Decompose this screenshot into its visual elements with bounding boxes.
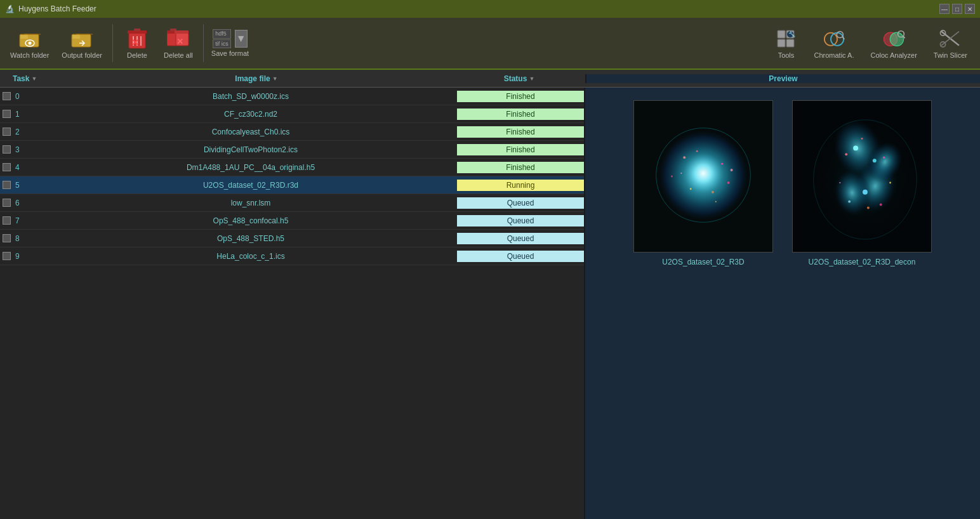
checkbox-2[interactable]: [3, 128, 11, 136]
svg-point-41: [683, 156, 685, 159]
tools-button[interactable]: 🔧 Tools: [767, 25, 805, 62]
row-file-6: low_snr.lsm: [44, 199, 457, 207]
row-file-7: OpS_488_confocal.h5: [44, 216, 457, 225]
svg-point-42: [721, 163, 723, 165]
checkbox-1[interactable]: [3, 110, 11, 118]
checkbox-6[interactable]: [3, 199, 11, 207]
checkbox-9[interactable]: [3, 252, 11, 260]
row-status-5: Running: [457, 180, 584, 191]
row-status-1: Finished: [457, 108, 584, 120]
svg-point-67: [880, 204, 882, 206]
row-checkbox-4[interactable]: [0, 163, 13, 171]
maximize-button[interactable]: □: [952, 4, 962, 14]
coloc-label: Coloc Analyzer: [870, 51, 917, 59]
watch-folder-icon: [18, 27, 41, 50]
title-bar-controls: — □ ✕: [939, 4, 975, 14]
svg-point-48: [715, 201, 717, 202]
row-checkbox-1[interactable]: [0, 110, 13, 118]
row-num-0: 0: [13, 92, 44, 101]
table-row[interactable]: 6 low_snr.lsm Queued: [0, 194, 584, 212]
table-row[interactable]: 9 HeLa_coloc_c_1.ics Queued: [0, 247, 584, 265]
svg-rect-1: [20, 35, 28, 39]
table-area[interactable]: 0 Batch_SD_w0000z.ics Finished 1 CF_cz30…: [0, 88, 585, 519]
row-checkbox-6[interactable]: [0, 199, 13, 207]
image-file-column-header[interactable]: Image file ▼: [60, 74, 453, 83]
svg-text:✕: ✕: [176, 37, 183, 46]
row-num-4: 4: [13, 163, 44, 172]
delete-all-label: Delete all: [164, 51, 193, 59]
headers-row: Task ▼ Image file ▼ Status ▼ Preview: [0, 70, 980, 88]
table-row[interactable]: 2 Confocalyeast_Ch0.ics Finished: [0, 123, 584, 141]
checkbox-8[interactable]: [3, 234, 11, 242]
output-folder-button[interactable]: Output folder: [56, 25, 107, 62]
twin-slicer-label: Twin Slicer: [934, 51, 967, 59]
toolbar-sep-1: [112, 24, 113, 62]
table-row[interactable]: 3 DividingCellTwoPhoton2.ics Finished: [0, 141, 584, 159]
svg-rect-17: [175, 30, 189, 34]
main-wrapper: Task ▼ Image file ▼ Status ▼ Preview 0 B…: [0, 70, 980, 519]
checkbox-5[interactable]: [3, 181, 11, 189]
save-format-dropdown-arrow[interactable]: ▼: [235, 30, 248, 48]
app-icon: 🔬: [5, 4, 15, 13]
checkbox-0[interactable]: [3, 92, 11, 100]
row-status-7: Queued: [457, 215, 584, 227]
checkbox-3[interactable]: [3, 145, 11, 154]
table-row[interactable]: 0 Batch_SD_w0000z.ics Finished: [0, 88, 584, 105]
checkbox-7[interactable]: [3, 216, 11, 225]
checkbox-4[interactable]: [3, 163, 11, 171]
row-checkbox-9[interactable]: [0, 252, 13, 260]
preview-label-1: U2OS_dataset_02_R3D: [662, 258, 744, 266]
preview-header-label: Preview: [769, 74, 797, 83]
table-row[interactable]: 7 OpS_488_confocal.h5 Queued: [0, 212, 584, 230]
coloc-analyzer-icon: [882, 27, 905, 50]
delete-all-button[interactable]: ✕ Delete all: [159, 25, 198, 62]
svg-point-50: [731, 169, 733, 171]
table-row[interactable]: 5 U2OS_dataset_02_R3D.r3d Running: [0, 176, 584, 194]
svg-point-49: [671, 176, 673, 178]
close-button[interactable]: ✕: [965, 4, 975, 14]
delete-button[interactable]: ✕ Delete: [118, 25, 156, 62]
status-column-header[interactable]: Status ▼: [453, 74, 585, 83]
table-row[interactable]: 4 Dm1A488_1AU_PC__04a_original.h5 Finish…: [0, 159, 584, 176]
chromatic-label: Chromatic A.: [814, 51, 854, 59]
row-status-9: Queued: [457, 251, 584, 262]
row-checkbox-0[interactable]: [0, 92, 13, 100]
task-header-label: Task: [13, 74, 29, 83]
row-checkbox-3[interactable]: [0, 145, 13, 154]
svg-point-3: [28, 42, 31, 45]
table-row[interactable]: 8 OpS_488_STED.h5 Queued: [0, 230, 584, 247]
svg-point-46: [727, 181, 730, 184]
row-checkbox-8[interactable]: [0, 234, 13, 242]
coloc-analyzer-button[interactable]: Coloc Analyzer: [863, 25, 924, 62]
chromatic-icon: [823, 27, 845, 50]
toolbar: Watch folder Output folder ✕: [0, 18, 980, 70]
row-num-6: 6: [13, 199, 44, 207]
task-header-arrow: ▼: [31, 76, 37, 82]
save-format-label: Save format: [211, 49, 249, 57]
row-num-7: 7: [13, 216, 44, 225]
svg-rect-21: [778, 39, 785, 47]
task-column-header[interactable]: Task ▼: [0, 74, 60, 83]
watch-folder-label: Watch folder: [10, 51, 49, 59]
row-status-4: Finished: [457, 162, 584, 173]
chromatic-button[interactable]: Chromatic A.: [806, 25, 861, 62]
output-folder-label: Output folder: [62, 51, 102, 59]
row-checkbox-5[interactable]: [0, 181, 13, 189]
save-format-button[interactable]: hdf5 tif ics ▼ Save format: [209, 27, 251, 60]
table-row[interactable]: 1 CF_cz30c2.nd2 Finished: [0, 105, 584, 123]
svg-point-65: [889, 181, 891, 183]
minimize-button[interactable]: —: [939, 4, 950, 14]
watch-folder-button[interactable]: Watch folder: [5, 25, 54, 62]
twin-slicer-button[interactable]: Twin Slicer: [926, 25, 975, 62]
row-status-3: Finished: [457, 144, 584, 155]
preview-column-header: Preview: [585, 74, 980, 83]
format-badge-hdf5: hdf5: [213, 29, 231, 39]
row-checkbox-7[interactable]: [0, 216, 13, 225]
image-file-header-arrow: ▼: [272, 76, 278, 82]
row-checkbox-2[interactable]: [0, 128, 13, 136]
image-file-header-label: Image file: [235, 74, 270, 83]
delete-icon: ✕: [126, 27, 149, 50]
toolbar-sep-2: [203, 24, 204, 62]
row-file-9: HeLa_coloc_c_1.ics: [44, 252, 457, 261]
preview-area: U2OS_dataset_02_R3D: [585, 88, 980, 519]
